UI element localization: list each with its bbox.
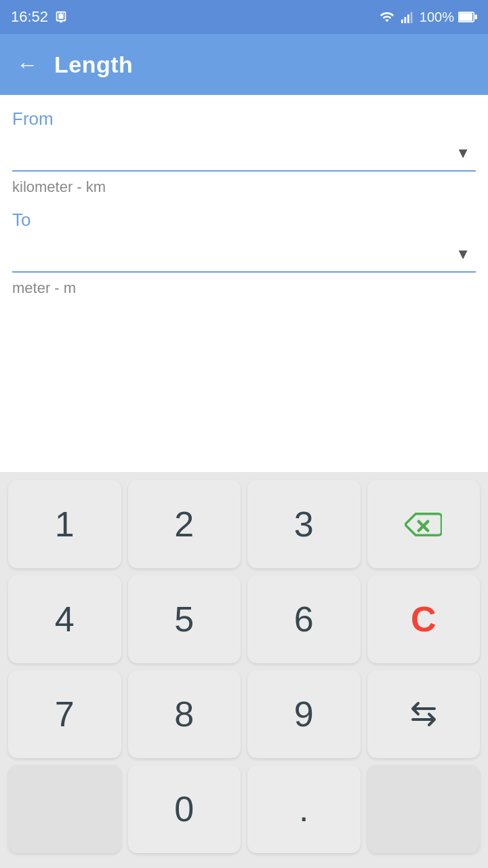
to-field: To ▼ meter - m <box>12 210 476 297</box>
key-4[interactable]: 4 <box>8 575 121 663</box>
wifi-icon <box>378 9 396 24</box>
key-8[interactable]: 8 <box>128 670 241 758</box>
key-backspace[interactable] <box>367 480 481 568</box>
key-empty-left <box>8 765 121 853</box>
status-left: 16:52 <box>11 8 68 26</box>
key-9[interactable]: 9 <box>247 670 361 758</box>
key-1[interactable]: 1 <box>8 480 121 568</box>
battery-icon <box>458 10 477 24</box>
battery-percentage: 100% <box>420 9 454 25</box>
svg-rect-1 <box>404 17 406 23</box>
svg-rect-6 <box>475 15 478 20</box>
key-empty-right <box>367 765 481 853</box>
from-dropdown-arrow[interactable]: ▼ <box>455 144 470 162</box>
app-bar: ← Length <box>0 34 488 95</box>
to-dropdown[interactable]: ▼ <box>12 237 476 271</box>
key-3[interactable]: 3 <box>247 480 361 568</box>
svg-rect-0 <box>401 20 403 23</box>
keypad-row-4: 0 . <box>8 765 480 853</box>
status-bar: 16:52 100% <box>0 0 488 34</box>
key-dot[interactable]: . <box>247 765 361 853</box>
svg-rect-5 <box>459 13 472 21</box>
app-title: Length <box>54 52 133 78</box>
keypad-row-1: 1 2 3 <box>8 480 480 568</box>
svg-rect-2 <box>407 14 409 23</box>
from-label: From <box>12 108 476 130</box>
from-unit-label: kilometer - km <box>12 178 476 196</box>
to-label: To <box>12 210 476 231</box>
key-6[interactable]: 6 <box>247 575 361 663</box>
signal-icon <box>401 9 415 24</box>
key-5[interactable]: 5 <box>128 575 241 663</box>
keypad: 1 2 3 4 5 6 C 7 8 9 0 . <box>0 472 488 868</box>
status-right: 100% <box>378 9 477 25</box>
key-clear[interactable]: C <box>367 575 481 663</box>
status-time: 16:52 <box>11 8 48 26</box>
backspace-icon <box>405 509 442 540</box>
svg-rect-3 <box>411 12 413 23</box>
key-swap[interactable] <box>367 670 481 758</box>
to-unit-label: meter - m <box>12 279 476 297</box>
to-dropdown-arrow[interactable]: ▼ <box>455 245 470 263</box>
to-underline <box>12 271 476 273</box>
key-7[interactable]: 7 <box>8 670 121 758</box>
from-underline <box>12 170 476 172</box>
usb-icon <box>54 9 68 24</box>
back-button[interactable]: ← <box>16 52 38 77</box>
key-0[interactable]: 0 <box>128 765 241 853</box>
key-2[interactable]: 2 <box>128 480 241 568</box>
content-area: From ▼ kilometer - km To ▼ meter - m <box>0 95 488 297</box>
keypad-row-3: 7 8 9 <box>8 670 480 758</box>
swap-icon <box>407 701 441 728</box>
keypad-row-2: 4 5 6 C <box>8 575 480 663</box>
from-dropdown[interactable]: ▼ <box>12 136 476 170</box>
from-field: From ▼ kilometer - km <box>12 108 476 196</box>
